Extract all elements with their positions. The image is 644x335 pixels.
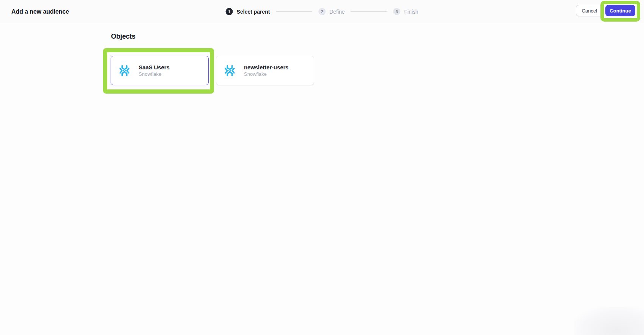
object-card-newsletter-users[interactable]: newsletter-users Snowflake — [216, 56, 314, 85]
add-audience-screen: Add a new audience 1 Select parent 2 Def… — [0, 0, 644, 335]
snowflake-icon — [224, 64, 236, 77]
stepper-step-finish[interactable]: 3 Finish — [393, 8, 418, 15]
step-1-badge: 1 — [226, 8, 233, 15]
header: Add a new audience 1 Select parent 2 Def… — [0, 0, 644, 23]
object-name: newsletter-users — [244, 64, 289, 70]
object-source: Snowflake — [244, 71, 289, 77]
cancel-button[interactable]: Cancel — [576, 5, 603, 16]
object-card-saas-users[interactable]: SaaS Users Snowflake — [111, 56, 209, 85]
step-3-badge: 3 — [393, 8, 400, 15]
objects-heading: Objects — [111, 33, 136, 41]
stepper-connector — [276, 11, 313, 12]
stepper-step-define[interactable]: 2 Define — [319, 8, 345, 15]
stepper-connector — [351, 11, 387, 12]
object-name: SaaS Users — [139, 64, 170, 70]
object-source: Snowflake — [139, 71, 170, 77]
corner-widget-shadow — [574, 307, 644, 335]
snowflake-icon — [118, 64, 131, 77]
continue-button[interactable]: Continue — [605, 5, 635, 16]
stepper-step-select-parent[interactable]: 1 Select parent — [226, 8, 270, 15]
step-2-badge: 2 — [319, 8, 326, 15]
step-1-label: Select parent — [237, 9, 270, 15]
page-title: Add a new audience — [11, 0, 69, 23]
step-2-label: Define — [330, 9, 345, 15]
step-3-label: Finish — [404, 9, 418, 15]
object-card-text: SaaS Users Snowflake — [139, 64, 170, 77]
stepper: 1 Select parent 2 Define 3 Finish — [226, 0, 419, 23]
object-card-text: newsletter-users Snowflake — [244, 64, 289, 77]
